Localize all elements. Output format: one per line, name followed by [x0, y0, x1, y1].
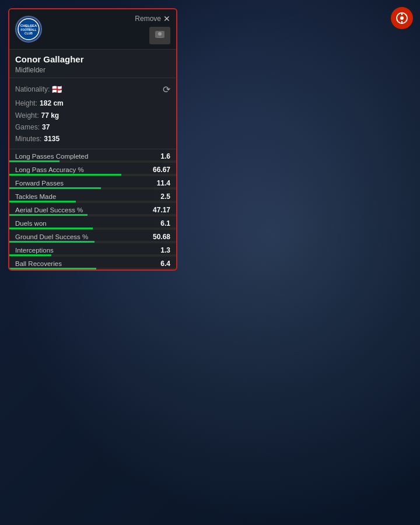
svg-point-10 — [158, 32, 162, 36]
minutes-label: Minutes: — [15, 133, 41, 145]
compare-icon[interactable]: ⟳ — [163, 82, 170, 97]
stat-bar-background — [9, 268, 176, 270]
stat-row: Long Pass Accuracy %66.67 — [9, 163, 176, 176]
stat-label: Forward Passes — [15, 180, 147, 187]
club-badge: CHELSEA FOOTBALL CLUB — [15, 16, 42, 43]
stat-value: 2.5 — [147, 192, 170, 201]
app-logo-container — [391, 7, 413, 29]
stat-bar-fill — [9, 214, 88, 216]
stat-value: 6.4 — [147, 260, 170, 268]
svg-point-1 — [400, 16, 404, 20]
stat-label: Ground Duel Success % — [15, 233, 147, 240]
stat-value: 50.68 — [147, 233, 170, 241]
stat-bar-background — [9, 214, 176, 216]
nationality-flag: 🏴󠁧󠁢󠁥󠁮󠁧󠁿 — [52, 83, 62, 97]
height-row: Height: 182 cm — [15, 97, 170, 109]
stat-value: 11.4 — [147, 179, 170, 187]
stat-bar-background — [9, 241, 176, 243]
app-logo — [391, 7, 413, 29]
player-name: Conor Gallagher — [15, 54, 170, 65]
stat-value: 66.67 — [147, 166, 170, 174]
svg-point-8 — [25, 25, 32, 31]
height-label: Height: — [15, 97, 37, 109]
stat-value: 1.6 — [147, 152, 170, 160]
stat-value: 47.17 — [147, 206, 170, 214]
stat-row: Aerial Duel Success %47.17 — [9, 203, 176, 216]
minutes-value: 3135 — [44, 133, 60, 145]
stat-label: Ball Recoveries — [15, 260, 147, 267]
stat-bar-fill — [9, 160, 60, 162]
stat-bar-fill — [9, 201, 76, 202]
weight-label: Weight: — [15, 110, 38, 121]
games-row: Games: 37 — [15, 121, 170, 133]
stat-bar-background — [9, 160, 176, 162]
stat-label: Duels won — [15, 220, 147, 227]
nationality-row: Nationality: 🏴󠁧󠁢󠁥󠁮󠁧󠁿 ⟳ — [15, 82, 170, 97]
games-label: Games: — [15, 121, 40, 133]
stat-label: Aerial Duel Success % — [15, 206, 147, 214]
stat-row: Forward Passes11.4 — [9, 176, 176, 190]
stat-label: Long Passes Completed — [15, 153, 147, 160]
remove-button[interactable]: Remove ✕ — [135, 14, 170, 23]
card-header: CHELSEA FOOTBALL CLUB Remove ✕ — [9, 9, 176, 50]
stat-row: Long Passes Completed1.6 — [9, 149, 176, 163]
stat-row: Interceptions1.3 — [9, 243, 176, 257]
weight-row: Weight: 77 kg — [15, 110, 170, 121]
svg-text:CLUB: CLUB — [24, 32, 33, 35]
stat-bar-fill — [9, 268, 96, 270]
minutes-row: Minutes: 3135 — [15, 133, 170, 145]
stat-bar-background — [9, 228, 176, 229]
stat-label: Interceptions — [15, 247, 147, 254]
player-icon — [149, 27, 170, 44]
height-value: 182 cm — [40, 97, 64, 109]
stat-bar-fill — [9, 187, 101, 189]
remove-icon: ✕ — [163, 14, 170, 23]
games-value: 37 — [42, 121, 50, 133]
stat-bar-background — [9, 254, 176, 256]
stat-label: Tackles Made — [15, 193, 147, 200]
player-card: CHELSEA FOOTBALL CLUB Remove ✕ Con — [8, 8, 177, 271]
remove-label: Remove — [135, 15, 161, 23]
stat-bar-fill — [9, 228, 93, 229]
stat-bar-background — [9, 174, 176, 176]
bio-section: Nationality: 🏴󠁧󠁢󠁥󠁮󠁧󠁿 ⟳ Height: 182 cm We… — [9, 78, 176, 149]
nationality-label: Nationality: — [15, 83, 50, 95]
stat-bar-fill — [9, 254, 51, 256]
stat-row: Ball Recoveries6.4 — [9, 257, 176, 270]
player-info: Conor Gallagher Midfielder — [9, 50, 176, 78]
weight-value: 77 kg — [41, 110, 59, 121]
player-position: Midfielder — [15, 66, 170, 74]
stat-bar-fill — [9, 174, 121, 176]
stat-row: Duels won6.1 — [9, 216, 176, 230]
stat-row: Ground Duel Success %50.68 — [9, 230, 176, 243]
stat-row: Tackles Made2.5 — [9, 190, 176, 203]
stat-bar-background — [9, 201, 176, 202]
stat-bar-fill — [9, 241, 94, 243]
stat-bar-background — [9, 187, 176, 189]
stat-label: Long Pass Accuracy % — [15, 166, 147, 173]
stat-value: 1.3 — [147, 246, 170, 254]
stats-section: Long Passes Completed1.6Long Pass Accura… — [9, 149, 176, 270]
header-right: Remove ✕ — [135, 14, 170, 44]
stat-value: 6.1 — [147, 219, 170, 228]
